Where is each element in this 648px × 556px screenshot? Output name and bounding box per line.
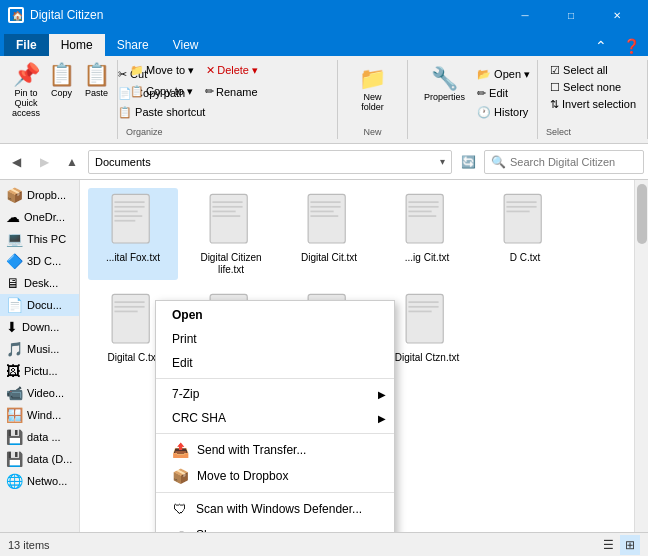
sidebar-item-documents[interactable]: 📄 Docu... xyxy=(0,294,79,316)
file-icon-6 xyxy=(108,292,158,350)
sidebar: 📦 Dropb... ☁ OneDr... 💻 This PC 🔷 3D C..… xyxy=(0,180,80,532)
file-item-3[interactable]: Digital Cit.txt xyxy=(284,188,374,280)
svg-rect-3 xyxy=(114,201,144,203)
help-button[interactable]: ❓ xyxy=(615,38,648,56)
svg-rect-5 xyxy=(114,211,137,213)
file-item-2[interactable]: Digital Citizen life.txt xyxy=(186,188,276,280)
details-view-button[interactable]: ☰ xyxy=(598,535,618,555)
svg-text:🏠: 🏠 xyxy=(12,10,22,21)
properties-button[interactable]: 🔧 Properties xyxy=(416,62,473,106)
up-button[interactable]: ▲ xyxy=(60,150,84,174)
sidebar-item-onedrive-label: OneDr... xyxy=(24,211,65,223)
ctx-scan-defender[interactable]: 🛡 Scan with Windows Defender... xyxy=(156,496,394,522)
file-name-5: D C.txt xyxy=(510,252,541,264)
ctx-share-label: Share xyxy=(196,528,228,532)
file-item-1[interactable]: ...ital Fox.txt xyxy=(88,188,178,280)
address-path[interactable]: Documents ▾ xyxy=(88,150,452,174)
ctx-share[interactable]: ↗ Share xyxy=(156,522,394,532)
ctx-send-transfer[interactable]: 📤 Send with Transfer... xyxy=(156,437,394,463)
minimize-button[interactable]: ─ xyxy=(502,0,548,30)
invert-selection-button[interactable]: ⇅ Invert selection xyxy=(546,96,640,113)
sidebar-item-thispc[interactable]: 💻 This PC xyxy=(0,228,79,250)
ctx-share-icon: ↗ xyxy=(172,527,188,532)
sidebar-item-windows[interactable]: 🪟 Wind... xyxy=(0,404,79,426)
main-area: 📦 Dropb... ☁ OneDr... 💻 This PC 🔷 3D C..… xyxy=(0,180,648,532)
sidebar-item-onedrive[interactable]: ☁ OneDr... xyxy=(0,206,79,228)
address-dropdown-icon[interactable]: ▾ xyxy=(440,156,445,167)
copy-big-label: Copy xyxy=(51,88,72,98)
ctx-crcsha-label: CRC SHA xyxy=(172,411,226,425)
ctx-divider-2 xyxy=(156,433,394,434)
ctx-crcsha[interactable]: CRC SHA ▶ xyxy=(156,406,394,430)
sidebar-item-documents-label: Docu... xyxy=(27,299,62,311)
network-icon: 🌐 xyxy=(6,473,23,489)
close-button[interactable]: ✕ xyxy=(594,0,640,30)
scrollbar-thumb[interactable] xyxy=(637,184,647,244)
organize-bottom-row: 📋 Copy to ▾ ✏ Rename xyxy=(126,83,262,100)
tab-file[interactable]: File xyxy=(4,34,49,56)
tab-share[interactable]: Share xyxy=(105,34,161,56)
delete-button[interactable]: ✕ Delete ▾ xyxy=(202,62,262,79)
move-to-icon: 📁 xyxy=(130,64,144,77)
new-folder-button[interactable]: 📁 Newfolder xyxy=(351,62,394,116)
paste-big-button[interactable]: 📋 Paste xyxy=(79,62,114,100)
sidebar-item-music[interactable]: 🎵 Musi... xyxy=(0,338,79,360)
ctx-print[interactable]: Print xyxy=(156,327,394,351)
file-name-6: Digital C.txt xyxy=(107,352,158,364)
rename-ribbon-button[interactable]: ✏ Rename xyxy=(201,83,262,100)
refresh-button[interactable]: 🔄 xyxy=(456,150,480,174)
sidebar-item-videos[interactable]: 📹 Video... xyxy=(0,382,79,404)
ctx-open-label: Open xyxy=(172,308,203,322)
svg-rect-40 xyxy=(408,301,438,303)
sidebar-item-desktop[interactable]: 🖥 Desk... xyxy=(0,272,79,294)
edit-button[interactable]: ✏ Edit xyxy=(473,85,534,102)
sidebar-item-pictures[interactable]: 🖼 Pictu... xyxy=(0,360,79,382)
svg-rect-15 xyxy=(310,206,340,208)
sidebar-item-3d[interactable]: 🔷 3D C... xyxy=(0,250,79,272)
search-input[interactable] xyxy=(510,156,637,168)
sidebar-item-data2[interactable]: 💾 data (D... xyxy=(0,448,79,470)
file-item-4[interactable]: ...ig Cit.txt xyxy=(382,188,472,280)
status-bar: 13 items ☰ ⊞ xyxy=(0,532,648,556)
file-item-9[interactable]: Digital Ctzn.txt xyxy=(382,288,472,368)
svg-rect-17 xyxy=(310,215,338,217)
pin-to-quick-button[interactable]: 📌 Pin to Quickaccess xyxy=(8,62,44,120)
select-all-button[interactable]: ☑ Select all xyxy=(546,62,612,79)
copy-big-button[interactable]: 📋 Copy xyxy=(44,62,79,100)
open-dropdown-button[interactable]: 📂 Open ▾ xyxy=(473,66,534,83)
ribbon-group-select: ☑ Select all ☐ Select none ⇅ Invert sele… xyxy=(538,60,648,139)
ctx-edit[interactable]: Edit xyxy=(156,351,394,375)
paste-big-icon: 📋 xyxy=(83,64,110,86)
sidebar-item-network[interactable]: 🌐 Netwo... xyxy=(0,470,79,492)
file-icon-5 xyxy=(500,192,550,250)
move-to-button[interactable]: 📁 Move to ▾ xyxy=(126,62,198,79)
back-button[interactable]: ◀ xyxy=(4,150,28,174)
svg-rect-21 xyxy=(408,211,431,213)
title-bar: 🏠 Digital Citizen ─ □ ✕ xyxy=(0,0,648,30)
ctx-move-dropbox[interactable]: 📦 Move to Dropbox xyxy=(156,463,394,489)
search-box[interactable]: 🔍 xyxy=(484,150,644,174)
ctx-divider-3 xyxy=(156,492,394,493)
window-title: Digital Citizen xyxy=(30,8,502,22)
file-item-5[interactable]: D C.txt xyxy=(480,188,570,280)
copy-to-button[interactable]: 📋 Copy to ▾ xyxy=(126,83,197,100)
ctx-send-transfer-label: Send with Transfer... xyxy=(197,443,306,457)
ribbon-collapse-btn[interactable]: ⌃ xyxy=(587,38,615,56)
sidebar-item-downloads[interactable]: ⬇ Down... xyxy=(0,316,79,338)
history-button[interactable]: 🕐 History xyxy=(473,104,534,121)
large-icons-view-button[interactable]: ⊞ xyxy=(620,535,640,555)
sidebar-item-downloads-label: Down... xyxy=(22,321,59,333)
tab-home[interactable]: Home xyxy=(49,34,105,56)
select-none-button[interactable]: ☐ Select none xyxy=(546,79,625,96)
tab-view[interactable]: View xyxy=(161,34,211,56)
sidebar-item-data1[interactable]: 💾 data ... xyxy=(0,426,79,448)
sidebar-item-dropbox[interactable]: 📦 Dropb... xyxy=(0,184,79,206)
delete-label: Delete ▾ xyxy=(217,64,258,77)
videos-icon: 📹 xyxy=(6,385,23,401)
forward-button[interactable]: ▶ xyxy=(32,150,56,174)
maximize-button[interactable]: □ xyxy=(548,0,594,30)
ctx-7zip[interactable]: 7-Zip ▶ xyxy=(156,382,394,406)
ctx-open[interactable]: Open xyxy=(156,303,394,327)
ctx-edit-label: Edit xyxy=(172,356,193,370)
scrollbar[interactable] xyxy=(634,180,648,532)
